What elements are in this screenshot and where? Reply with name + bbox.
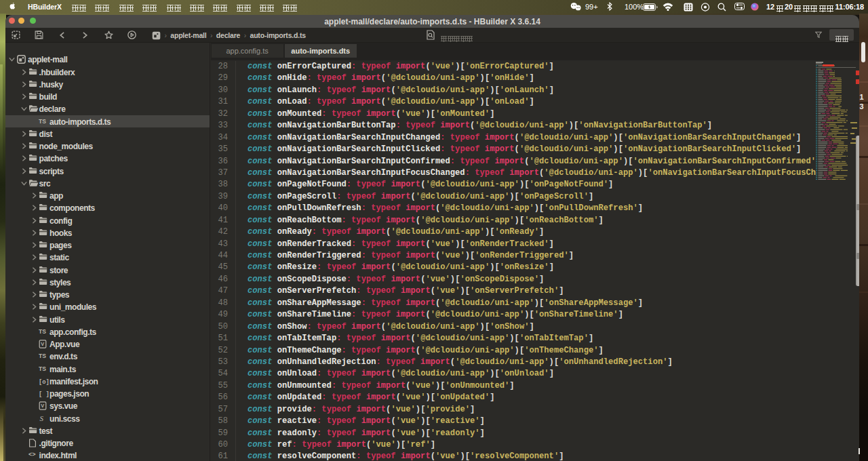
svg-text:TS: TS <box>39 365 46 371</box>
svg-text:[o]: [o] <box>39 378 50 384</box>
svg-text:V: V <box>41 403 44 409</box>
svg-text:TS: TS <box>39 327 46 334</box>
svg-text:TS: TS <box>39 117 46 123</box>
svg-text:TS: TS <box>39 353 46 359</box>
svg-text:[ ]: [ ] <box>39 391 50 397</box>
svg-text:V: V <box>41 342 44 348</box>
svg-text:<>: <> <box>28 452 36 458</box>
svg-text:S: S <box>39 414 43 422</box>
